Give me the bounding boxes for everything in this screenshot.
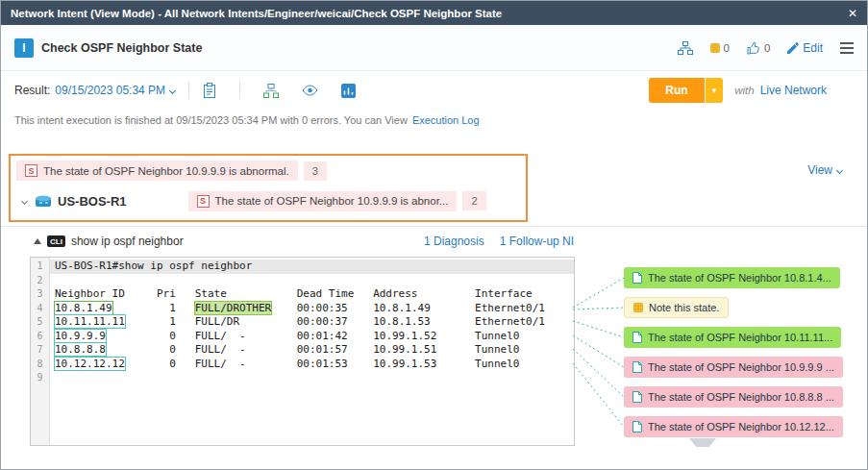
chevron-down-icon xyxy=(169,87,176,93)
annotation-note[interactable]: The state of OSPF Neighbor 10.11.11... xyxy=(624,327,841,348)
diagnosis-link[interactable]: 1 Diagnosis xyxy=(424,235,484,248)
note-icon xyxy=(633,303,643,312)
code-line: 10.9.9.9 0 FULL/ - 00:01:42 10.99.1.52 T… xyxy=(50,330,574,344)
note-count: 0 xyxy=(724,42,730,54)
device-tree-icon[interactable] xyxy=(263,84,279,98)
divider xyxy=(239,82,240,99)
line-number: 8 xyxy=(31,358,49,372)
severity-icon: S xyxy=(25,164,37,177)
line-number: 1 xyxy=(31,260,49,274)
like-button[interactable]: 0 xyxy=(747,41,770,55)
summary-alert-count[interactable]: 3 xyxy=(304,161,327,181)
note-count-button[interactable]: 0 xyxy=(710,42,730,54)
command-name: show ip ospf neighbor xyxy=(71,235,184,248)
page-title: Check OSPF Neighbor State xyxy=(41,41,202,55)
status-bar: This intent execution is finished at 09/… xyxy=(1,110,867,131)
result-panel: 123456789 US-BOS-R1#show ip ospf neighbo… xyxy=(1,256,867,466)
device-icon xyxy=(35,195,52,208)
document-icon xyxy=(632,421,642,433)
execution-log-link[interactable]: Execution Log xyxy=(412,114,480,126)
annotation-note[interactable]: The state of OSPF Neighbor 10.12.12... xyxy=(624,416,843,437)
network-intent-dialog: Network Intent (View Mode) - All Network… xyxy=(0,0,868,470)
document-icon xyxy=(632,391,642,403)
annotation-note[interactable]: Note this state. xyxy=(624,297,729,318)
live-network-link[interactable]: Live Network xyxy=(760,84,827,97)
toolbar-icons xyxy=(203,82,356,99)
dashboard-icon[interactable] xyxy=(341,84,356,98)
device-alert-text: The state of OSPF Neighbor 10.9.9.9 is a… xyxy=(215,195,449,207)
annotation-note[interactable]: The state of OSPF Neighbor 10.8.8.8 ... xyxy=(624,386,843,408)
line-number: 3 xyxy=(31,287,49,302)
result-date-dropdown[interactable]: 09/15/2023 05:34 PM xyxy=(55,84,175,97)
summary-alert-chip[interactable]: S The state of OSPF Neighbor 10.9.9.9 is… xyxy=(16,161,298,181)
connector-lines xyxy=(572,256,626,448)
note-text: The state of OSPF Neighbor 10.11.11... xyxy=(648,332,832,343)
code-line: 10.12.12.12 0 FULL/ - 00:01:53 10.99.1.5… xyxy=(50,358,574,372)
alerts-section: S The state of OSPF Neighbor 10.9.9.9 is… xyxy=(1,131,867,227)
annotation-note[interactable]: The state of OSPF Neighbor 10.9.9.9 ... xyxy=(624,357,843,378)
code-line xyxy=(50,371,574,385)
code-line: 10.8.1.49 1 FULL/DROTHER 00:00:35 10.8.1… xyxy=(50,302,574,316)
run-area: Run ▾ with Live Network xyxy=(649,78,827,103)
dialog-title: Network Intent (View Mode) - All Network… xyxy=(11,8,502,19)
view-dropdown[interactable]: View xyxy=(807,163,842,177)
titlebar: Network Intent (View Mode) - All Network… xyxy=(1,1,867,25)
line-number: 7 xyxy=(31,343,49,358)
like-count: 0 xyxy=(764,42,770,54)
note-text: The state of OSPF Neighbor 10.9.9.9 ... xyxy=(648,361,834,373)
device-name: US-BOS-R1 xyxy=(58,194,127,209)
terminal-lines: US-BOS-R1#show ip ospf neighbor Neighbor… xyxy=(50,258,574,445)
command-row: CLI show ip ospf neighbor 1 Diagnosis 1 … xyxy=(1,227,867,256)
annotation-note[interactable]: The state of OSPF Neighbor 10.8.1.4... xyxy=(624,267,840,288)
cli-output-panel[interactable]: 123456789 US-BOS-R1#show ip ospf neighbo… xyxy=(30,257,575,446)
run-button[interactable]: Run ▾ xyxy=(649,78,723,103)
severity-icon: S xyxy=(197,195,210,208)
header: I Check OSPF Neighbor State 0 0 Edit xyxy=(1,25,867,71)
line-number: 9 xyxy=(31,371,49,385)
terminal-gutter: 123456789 xyxy=(31,258,50,445)
thumbs-up-icon xyxy=(747,41,760,55)
code-line: 10.8.8.8 0 FULL/ - 00:01:57 10.99.1.51 T… xyxy=(50,343,574,358)
line-number: 4 xyxy=(31,302,49,316)
collapse-handle[interactable] xyxy=(689,438,716,447)
note-text: The state of OSPF Neighbor 10.8.8.8 ... xyxy=(648,391,834,403)
header-actions: 0 0 Edit xyxy=(678,41,855,55)
cli-badge: CLI xyxy=(47,235,65,247)
chevron-down-icon[interactable] xyxy=(21,197,28,204)
chevron-down-icon xyxy=(836,166,843,173)
followup-ni-link[interactable]: 1 Follow-up NI xyxy=(500,235,574,248)
device-alert-chip[interactable]: S The state of OSPF Neighbor 10.9.9.9 is… xyxy=(188,191,458,211)
line-number: 5 xyxy=(31,315,49,330)
summary-alert-text: The state of OSPF Neighbor 10.9.9.9 is a… xyxy=(43,165,289,177)
code-line xyxy=(50,274,574,288)
intent-badge-icon: I xyxy=(14,38,34,58)
note-text: The state of OSPF Neighbor 10.12.12... xyxy=(648,421,834,433)
edit-button[interactable]: Edit xyxy=(787,41,823,55)
menu-icon[interactable] xyxy=(840,42,854,54)
summary-alert-row: S The state of OSPF Neighbor 10.9.9.9 is… xyxy=(16,161,520,181)
run-dropdown-caret[interactable]: ▾ xyxy=(705,78,724,103)
code-line: Neighbor ID Pri State Dead Time Address … xyxy=(50,287,574,302)
device-alert-count[interactable]: 2 xyxy=(462,191,485,210)
command-links: 1 Diagnosis 1 Follow-up NI xyxy=(424,235,574,248)
pencil-icon xyxy=(787,42,799,54)
with-label: with xyxy=(734,85,754,96)
code-line: US-BOS-R1#show ip ospf neighbor xyxy=(50,260,574,274)
line-number: 2 xyxy=(31,274,49,288)
document-icon xyxy=(632,332,642,343)
collapse-triangle-icon[interactable] xyxy=(34,238,41,244)
annotation-notes: The state of OSPF Neighbor 10.8.1.4...No… xyxy=(624,267,843,437)
document-icon xyxy=(632,361,642,373)
result-label: Result: xyxy=(14,84,50,97)
close-icon[interactable]: ✕ xyxy=(848,7,857,20)
eye-icon[interactable] xyxy=(302,85,318,96)
device-row[interactable]: US-BOS-R1 S The state of OSPF Neighbor 1… xyxy=(16,186,520,215)
clipboard-icon[interactable] xyxy=(203,83,216,98)
divider xyxy=(188,82,189,99)
note-text: The state of OSPF Neighbor 10.8.1.4... xyxy=(648,272,831,284)
map-hierarchy-icon[interactable] xyxy=(678,41,693,55)
toolbar: Result: 09/15/2023 05:34 PM Run ▾ xyxy=(1,71,867,110)
line-number: 6 xyxy=(31,330,49,344)
note-text: Note this state. xyxy=(649,302,719,313)
code-line: 10.11.11.11 1 FULL/DR 00:00:37 10.8.1.53… xyxy=(50,315,574,330)
